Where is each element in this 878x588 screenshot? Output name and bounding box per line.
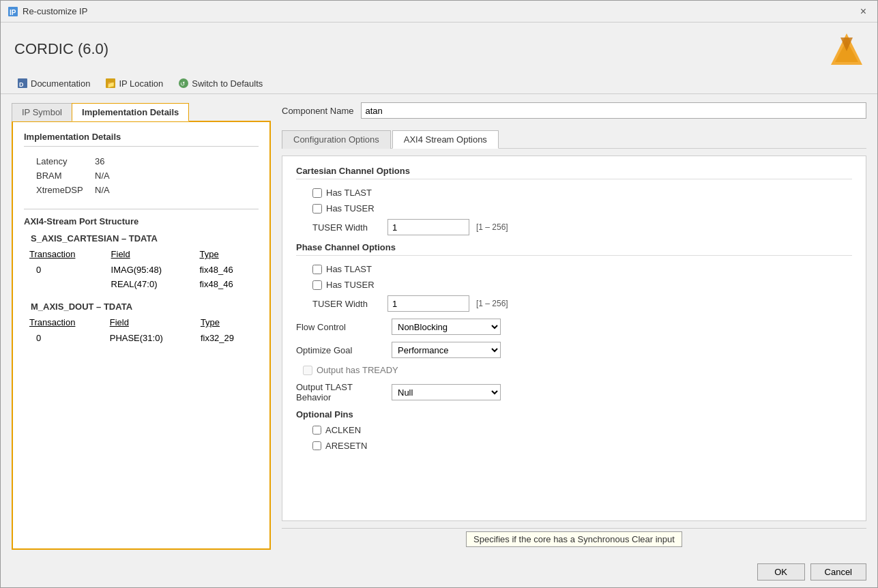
switch-defaults-label: Switch to Defaults <box>192 78 263 89</box>
svg-text:D: D <box>19 81 24 88</box>
switch-defaults-icon: ↺ <box>178 78 189 89</box>
close-button[interactable]: × <box>856 4 870 19</box>
tuser-width-range: [1 – 256] <box>476 222 508 232</box>
tuser-width-phase-range: [1 – 256] <box>476 299 508 308</box>
tuser-width-cartesian-row: TUSER Width [1 – 256] <box>296 219 852 235</box>
has-tlast-cartesian-row: Has TLAST <box>296 188 852 198</box>
col-field: Field <box>106 317 195 330</box>
ip-location-button[interactable]: 📁 IP Location <box>100 76 169 91</box>
table-row: 0 PHASE(31:0) fix32_29 <box>25 332 257 344</box>
svg-text:📁: 📁 <box>107 80 115 89</box>
flow-control-row: Flow Control NonBlocking Blocking <box>296 319 852 335</box>
axi-section-title: AXI4-Stream Port Structure <box>24 216 259 226</box>
type-val: fix32_29 <box>196 332 257 344</box>
tab-axi-stream[interactable]: AXI4 Stream Options <box>392 130 499 149</box>
component-name-input[interactable] <box>361 102 867 119</box>
has-tlast-phase-row: Has TLAST <box>296 264 852 274</box>
field-val: IMAG(95:48) <box>107 263 194 276</box>
documentation-icon: D <box>17 78 28 89</box>
aclken-label: ACLKEN <box>325 425 361 435</box>
status-bar: Specifies if the core has a Synchronous … <box>282 528 866 550</box>
table-header-row: Transaction Field Type <box>25 249 257 262</box>
col-type: Type <box>196 317 257 330</box>
ip-location-label: IP Location <box>119 78 163 89</box>
output-tready-row: Output has TREADY <box>296 365 852 375</box>
ok-button[interactable]: OK <box>757 563 805 580</box>
has-tuser-phase-checkbox[interactable] <box>312 280 322 290</box>
col-transaction: Transaction <box>25 317 104 330</box>
phase-section-heading: Phase Channel Options <box>296 242 852 256</box>
table-row: XtremeDSP N/A <box>25 183 257 196</box>
output-tready-checkbox[interactable] <box>303 366 312 375</box>
has-tlast-phase-checkbox[interactable] <box>312 265 322 274</box>
bram-label: BRAM <box>25 169 93 182</box>
latency-value: 36 <box>95 155 257 168</box>
tuser-width-phase-input[interactable] <box>387 295 469 312</box>
window-icon: IP <box>8 6 18 17</box>
tuser-width-phase-row: TUSER Width [1 – 256] <box>296 295 852 312</box>
optimize-goal-row: Optimize Goal Performance Resources <box>296 342 852 358</box>
cartesian-section-heading: Cartesian Channel Options <box>296 166 852 179</box>
aclken-checkbox[interactable] <box>312 426 321 435</box>
flow-control-select[interactable]: NonBlocking Blocking <box>392 319 501 335</box>
output-tready-label: Output has TREADY <box>317 365 398 375</box>
component-name-row: Component Name <box>282 102 866 119</box>
transaction-val: 0 <box>25 332 104 344</box>
left-tab-bar: IP Symbol Implementation Details <box>12 102 271 121</box>
flow-control-label: Flow Control <box>296 322 385 332</box>
optimize-goal-select[interactable]: Performance Resources <box>392 342 501 358</box>
tab-impl-details[interactable]: Implementation Details <box>72 103 189 121</box>
component-name-label: Component Name <box>282 106 354 116</box>
left-panel-content: Implementation Details Latency 36 BRAM N… <box>12 121 271 550</box>
vivado-logo <box>830 32 864 66</box>
output-tlast-label: Output TLAST Behavior <box>296 382 385 402</box>
table-row: REAL(47:0) fix48_46 <box>25 278 257 291</box>
has-tlast-cartesian-label: Has TLAST <box>312 188 372 198</box>
footer-buttons: OK Cancel <box>1 558 877 587</box>
output-tlast-select[interactable]: Null Pass_Data_TLAST Pass_Phase_TLAST <box>392 384 501 400</box>
port2-title: M_AXIS_DOUT – TDATA <box>31 302 259 312</box>
transaction-val <box>25 278 106 291</box>
title-bar-left: IP Re-customize IP <box>8 6 87 17</box>
impl-details-table: Latency 36 BRAM N/A XtremeDSP N/A <box>24 153 259 198</box>
col-type: Type <box>195 249 257 262</box>
right-panel-content: Cartesian Channel Options Has TLAST Has … <box>282 156 866 521</box>
title-bar: IP Re-customize IP × <box>1 1 877 23</box>
type-val: fix48_46 <box>195 278 257 291</box>
port2-table: Transaction Field Type 0 PHASE(31:0) fix… <box>24 316 259 346</box>
has-tlast-cartesian-checkbox[interactable] <box>312 188 322 198</box>
table-row: BRAM N/A <box>25 169 257 182</box>
tab-ip-symbol[interactable]: IP Symbol <box>12 103 72 121</box>
field-val: PHASE(31:0) <box>106 332 195 344</box>
documentation-button[interactable]: D Documentation <box>12 76 96 91</box>
right-panel: Component Name Configuration Options AXI… <box>282 102 866 550</box>
section-divider <box>24 209 259 209</box>
right-tab-bar: Configuration Options AXI4 Stream Option… <box>282 130 866 149</box>
transaction-val: 0 <box>25 263 106 276</box>
aresetn-row: ARESETN <box>296 441 852 451</box>
content-area: IP Symbol Implementation Details Impleme… <box>1 94 877 558</box>
tuser-width-input[interactable] <box>387 219 469 235</box>
table-row: 0 IMAG(95:48) fix48_46 <box>25 263 257 276</box>
has-tuser-cartesian-checkbox[interactable] <box>312 204 322 214</box>
col-field: Field <box>107 249 194 262</box>
has-tuser-phase-label: Has TUSER <box>312 280 375 290</box>
left-panel: IP Symbol Implementation Details Impleme… <box>12 102 271 550</box>
table-row: Latency 36 <box>25 155 257 168</box>
type-val: fix48_46 <box>195 263 257 276</box>
cancel-button[interactable]: Cancel <box>810 563 866 580</box>
switch-defaults-button[interactable]: ↺ Switch to Defaults <box>173 76 268 91</box>
field-val: REAL(47:0) <box>107 278 194 291</box>
has-tuser-cartesian-label: Has TUSER <box>312 203 375 214</box>
has-tuser-cartesian-row: Has TUSER <box>296 203 852 214</box>
tab-config-options[interactable]: Configuration Options <box>282 130 391 149</box>
status-tooltip: Specifies if the core has a Synchronous … <box>466 531 682 547</box>
svg-text:IP: IP <box>10 9 16 16</box>
svg-text:↺: ↺ <box>180 80 186 87</box>
col-transaction: Transaction <box>25 249 106 262</box>
aresetn-checkbox[interactable] <box>312 441 321 450</box>
xtremedsp-label: XtremeDSP <box>25 183 93 196</box>
has-tlast-phase-label: Has TLAST <box>312 264 372 274</box>
table-header-row: Transaction Field Type <box>25 317 257 330</box>
latency-label: Latency <box>25 155 93 168</box>
